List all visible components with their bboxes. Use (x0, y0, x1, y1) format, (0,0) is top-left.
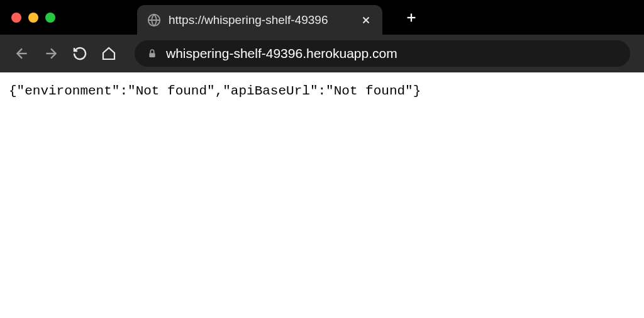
address-bar[interactable]: whispering-shelf-49396.herokuapp.com (135, 40, 630, 67)
back-button[interactable] (14, 45, 30, 62)
tab-title: https://whispering-shelf-49396 (169, 13, 352, 27)
tab-bar: https://whispering-shelf-49396 (0, 0, 644, 35)
minimize-window-button[interactable] (28, 13, 38, 23)
url-text: whispering-shelf-49396.herokuapp.com (166, 46, 397, 61)
browser-tab[interactable]: https://whispering-shelf-49396 (137, 5, 382, 35)
navigation-buttons (14, 45, 117, 62)
window-controls (11, 13, 55, 23)
page-content: {"environment":"Not found","apiBaseUrl":… (0, 72, 644, 110)
forward-button[interactable] (43, 45, 59, 62)
close-window-button[interactable] (11, 13, 21, 23)
svg-rect-7 (149, 53, 155, 57)
browser-chrome: https://whispering-shelf-49396 (0, 0, 644, 72)
reload-button[interactable] (72, 45, 88, 62)
maximize-window-button[interactable] (45, 13, 55, 23)
home-button[interactable] (101, 45, 117, 62)
toolbar: whispering-shelf-49396.herokuapp.com (0, 35, 644, 72)
close-tab-button[interactable] (360, 14, 372, 26)
new-tab-button[interactable] (400, 6, 423, 29)
globe-icon (147, 13, 161, 27)
lock-icon (147, 48, 157, 59)
